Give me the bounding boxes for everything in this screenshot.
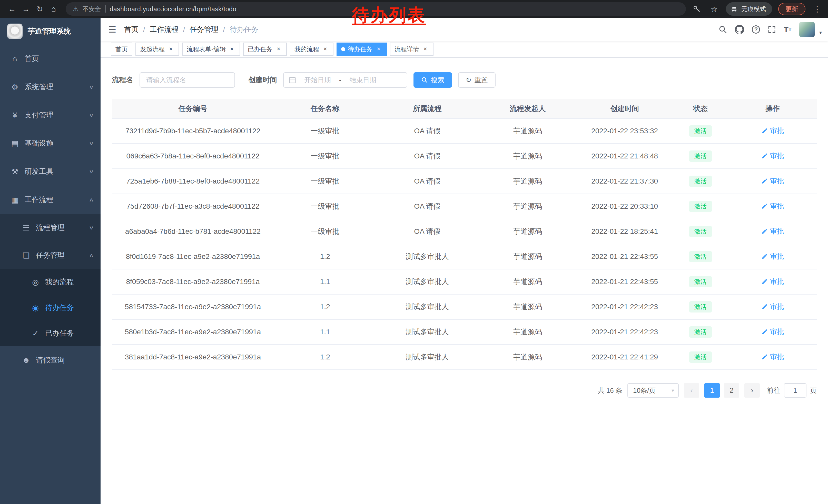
tab-close-icon[interactable]: × <box>322 46 329 53</box>
breadcrumb-item[interactable]: 首页 <box>124 25 138 34</box>
breadcrumb-item[interactable]: 任务管理 <box>190 25 218 34</box>
column-header: 状态 <box>672 99 729 119</box>
sidebar-item-todo[interactable]: ◉待办任务 <box>0 295 100 320</box>
table-row: 75d72608-7b7f-11ec-a3c8-acde48001122一级审批… <box>112 194 817 219</box>
page-size-select[interactable]: 10条/页 ▾ <box>627 383 679 398</box>
sidebar-item-infrastructure[interactable]: ▤基础设施∨ <box>0 129 100 157</box>
tab-6[interactable]: 流程详情× <box>390 43 433 56</box>
sidebar-item-payment[interactable]: ¥支付管理∨ <box>0 101 100 129</box>
reset-button[interactable]: ↻ 重置 <box>458 72 496 88</box>
table-header-row: 任务编号任务名称所属流程流程发起人创建时间状态操作 <box>112 99 817 119</box>
audit-link[interactable]: 审批 <box>761 126 784 135</box>
cell-action: 审批 <box>729 194 817 219</box>
audit-link[interactable]: 审批 <box>761 302 784 311</box>
tab-4[interactable]: 我的流程× <box>290 43 333 56</box>
sidebar-item-gear[interactable]: ⚙系统管理∨ <box>0 73 100 101</box>
tab-label: 发起流程 <box>140 45 165 53</box>
avatar[interactable] <box>799 22 815 37</box>
tab-0[interactable]: 首页 <box>111 43 132 56</box>
sidebar-item-devtools[interactable]: ⚒研发工具∨ <box>0 157 100 186</box>
tab-3[interactable]: 已办任务× <box>243 43 287 56</box>
process-name-label: 流程名 <box>112 75 133 85</box>
cell-task-id: 069c6a63-7b8a-11ec-8ef0-acde48001122 <box>112 144 274 169</box>
audit-link[interactable]: 审批 <box>761 327 784 336</box>
cell-action: 审批 <box>729 319 817 345</box>
process-mgmt-icon: ☰ <box>22 223 31 232</box>
reload-icon[interactable]: ↻ <box>33 2 47 16</box>
next-page-button[interactable]: › <box>744 383 760 398</box>
cell-status: 激活 <box>672 294 729 319</box>
audit-link[interactable]: 审批 <box>761 227 784 236</box>
tab-close-icon[interactable]: × <box>228 46 236 53</box>
search-icon[interactable] <box>718 25 727 34</box>
cell-status: 激活 <box>672 194 729 219</box>
total-count: 共 16 条 <box>598 386 622 395</box>
annotation-todo-list: 待办列表 <box>352 4 426 27</box>
update-button[interactable]: 更新 <box>778 3 805 15</box>
app-logo-row[interactable]: 芋道管理系统 <box>0 18 100 45</box>
home-icon[interactable]: ⌂ <box>47 2 60 16</box>
process-name-input[interactable] <box>139 72 235 88</box>
date-range-picker[interactable]: - <box>283 72 407 88</box>
audit-link[interactable]: 审批 <box>761 277 784 286</box>
end-date-input[interactable] <box>343 76 382 84</box>
font-size-icon[interactable]: TT <box>784 25 792 34</box>
chevron-down-icon[interactable]: ▾ <box>819 30 822 37</box>
content: 流程名 创建时间 - 搜索 <box>100 58 828 504</box>
sidebar-item-task-mgmt[interactable]: ❏任务管理∧ <box>0 241 100 269</box>
tab-5[interactable]: 待办任务× <box>336 43 387 56</box>
page-button-2[interactable]: 2 <box>724 383 739 398</box>
goto-page-input[interactable] <box>784 383 806 398</box>
breadcrumb-item[interactable]: 工作流程 <box>150 25 178 34</box>
audit-link[interactable]: 审批 <box>761 352 784 362</box>
menu-dots-icon[interactable]: ⋮ <box>812 3 823 15</box>
cell-task-name: 一级审批 <box>274 144 376 169</box>
key-icon[interactable] <box>691 3 702 15</box>
tab-close-icon[interactable]: × <box>275 46 282 53</box>
tab-label: 流程表单-编辑 <box>187 45 226 53</box>
cell-process: 测试多审批人 <box>376 269 478 294</box>
search-button[interactable]: 搜索 <box>413 72 452 88</box>
table-row: a6aba0a4-7b6d-11ec-b781-acde48001122一级审批… <box>112 219 817 244</box>
table-row: 381aa1dd-7ac8-11ec-a9e2-a2380e71991a1.2测… <box>112 345 817 370</box>
status-badge: 激活 <box>689 150 712 162</box>
sidebar-item-process-mgmt[interactable]: ☰流程管理∨ <box>0 214 100 241</box>
star-icon[interactable]: ☆ <box>708 3 720 15</box>
tab-close-icon[interactable]: × <box>422 46 429 53</box>
tab-1[interactable]: 发起流程× <box>135 43 179 56</box>
chevron-down-icon: ∨ <box>89 84 94 90</box>
audit-link[interactable]: 审批 <box>761 176 784 186</box>
edit-icon <box>761 303 768 310</box>
github-icon[interactable] <box>735 25 744 34</box>
start-date-input[interactable] <box>298 76 337 84</box>
back-icon[interactable]: ← <box>5 2 19 16</box>
audit-link[interactable]: 审批 <box>761 201 784 211</box>
cell-task-id: 8f059c03-7ac8-11ec-a9e2-a2380e71991a <box>112 269 274 294</box>
sidebar-item-done[interactable]: ✓已办任务 <box>0 320 100 346</box>
audit-link[interactable]: 审批 <box>761 252 784 261</box>
cell-initiator: 芋道源码 <box>479 345 577 370</box>
sidebar-item-leave-query[interactable]: ☻请假查询 <box>0 346 100 374</box>
cell-task-name: 一级审批 <box>274 194 376 219</box>
audit-link[interactable]: 审批 <box>761 151 784 161</box>
sidebar-item-my-process[interactable]: ◎我的流程 <box>0 269 100 295</box>
sidebar-item-dashboard[interactable]: ⌂首页 <box>0 45 100 73</box>
tab-close-icon[interactable]: × <box>375 46 382 53</box>
table-row: 73211d9d-7b9b-11ec-b5b7-acde48001122一级审批… <box>112 119 817 144</box>
sidebar-item-workflow[interactable]: ▦工作流程∧ <box>0 186 100 214</box>
tab-label: 已办任务 <box>248 45 273 53</box>
cell-process: 测试多审批人 <box>376 294 478 319</box>
cell-task-id: 381aa1dd-7ac8-11ec-a9e2-a2380e71991a <box>112 345 274 370</box>
topbar-actions: ? TT ▾ <box>718 22 828 37</box>
forward-icon[interactable]: → <box>19 2 33 16</box>
dashboard-icon: ⌂ <box>10 54 19 63</box>
tab-2[interactable]: 流程表单-编辑× <box>182 43 240 56</box>
tab-close-icon[interactable]: × <box>167 46 174 53</box>
fullscreen-icon[interactable] <box>768 26 776 34</box>
edit-icon <box>761 203 768 210</box>
page-button-1[interactable]: 1 <box>704 383 720 398</box>
hamburger-icon[interactable]: ☰ <box>100 25 124 35</box>
prev-page-button[interactable]: ‹ <box>684 383 699 398</box>
help-icon[interactable]: ? <box>752 26 760 34</box>
cell-create-time: 2022-01-22 21:37:30 <box>577 169 672 194</box>
